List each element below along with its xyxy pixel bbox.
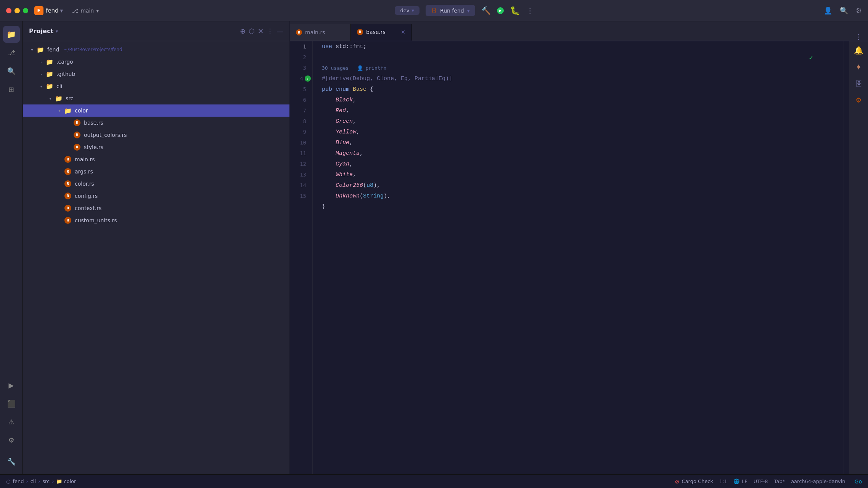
hammer-icon[interactable]: 🔨: [481, 6, 491, 15]
more-options-icon[interactable]: ⋮: [526, 6, 534, 15]
tab-bar: R main.rs R base.rs ✕ ⋮: [290, 21, 868, 41]
line-num-13: 13: [290, 169, 312, 180]
tree-item-github[interactable]: › 📁 .github: [23, 68, 289, 80]
more-tabs-icon[interactable]: ⋮: [855, 33, 862, 41]
notification-icon[interactable]: 🔔: [854, 46, 863, 55]
sidebar-item-terminal[interactable]: ⬛: [3, 395, 20, 412]
new-file-icon[interactable]: ⊕: [240, 27, 246, 35]
tree-item-custom-units-rs[interactable]: R custom_units.rs: [23, 214, 289, 226]
app-dropdown-icon[interactable]: ▾: [60, 7, 63, 14]
more-icon[interactable]: ⋮: [267, 27, 273, 35]
maximize-button[interactable]: [23, 8, 28, 13]
minimize-icon[interactable]: —: [276, 27, 283, 35]
sidebar-item-files[interactable]: 📁: [3, 26, 20, 43]
settings-icon[interactable]: ⚙: [856, 6, 862, 14]
rs-file-icon: R: [296, 29, 302, 35]
branch-icon: ⎇: [72, 8, 78, 14]
golang-icon: Go: [855, 478, 862, 485]
code-line-11: Cyan,: [313, 159, 844, 169]
ai-icon[interactable]: ✦: [855, 63, 862, 72]
code-area[interactable]: use std::fmt; ✓ 30 usages 👤 printfn: [313, 41, 844, 474]
run-button[interactable]: ⚙ Run fend ▾: [426, 5, 475, 16]
branch-dropdown-icon: ▾: [96, 8, 99, 14]
line-num-5: 5: [290, 84, 312, 95]
tab-main-rs[interactable]: R main.rs: [290, 24, 351, 41]
spacer: [56, 193, 63, 199]
tree-item-base-rs[interactable]: R base.rs: [23, 117, 289, 129]
tree-item-cargo[interactable]: › 📁 .cargo: [23, 56, 289, 68]
titlebar: F fend ▾ ⎇ main ▾ dev ▾ ⚙ Run fend ▾ 🔨 ▶…: [0, 0, 868, 21]
indent[interactable]: Tab*: [774, 478, 785, 484]
sidebar-item-run[interactable]: ▶: [3, 377, 20, 393]
cargo-check[interactable]: ⊘ Cargo Check: [675, 478, 713, 485]
tree-item-config-rs[interactable]: R config.rs: [23, 190, 289, 202]
play-button[interactable]: ▶: [497, 7, 504, 14]
globe-icon: 🌐: [733, 478, 739, 484]
chevron-right-icon: ›: [38, 71, 44, 77]
git-icon: ⎇: [7, 49, 15, 57]
platform: aarch64-apple-darwin: [791, 478, 845, 484]
tree-item-main-rs[interactable]: R main.rs: [23, 153, 289, 165]
tree-item-context-rs[interactable]: R context.rs: [23, 202, 289, 214]
line-num-7: 7: [290, 105, 312, 116]
terminal-icon: ⬛: [7, 400, 16, 408]
cursor-position: 1:1: [719, 478, 727, 484]
app-icon: F: [34, 6, 43, 15]
sidebar-item-search[interactable]: 🔍: [3, 63, 20, 79]
warning-icon: ⚠: [8, 418, 14, 426]
code-line-4: pub enum Base {: [313, 84, 844, 95]
spacer: [56, 181, 63, 187]
debug-icon[interactable]: 🐛: [510, 6, 520, 15]
tab-actions: ⋮: [855, 33, 868, 41]
sidebar-item-more[interactable]: 🔧: [3, 453, 20, 470]
line-num-12: 12: [290, 159, 312, 169]
close-icon[interactable]: ✕: [258, 27, 264, 35]
tree-item-src[interactable]: ▾ 📁 src: [23, 92, 289, 104]
line-ending[interactable]: 🌐 LF: [733, 478, 747, 484]
tab-base-rs[interactable]: R base.rs ✕: [351, 24, 412, 41]
tree-item-color-rs[interactable]: R color.rs: [23, 178, 289, 190]
sidebar-actions: ⊕ ⬡ ✕ ⋮ —: [240, 27, 283, 35]
sidebar-item-git-actions[interactable]: ⚙: [3, 432, 20, 448]
spacer: [66, 132, 72, 138]
line-num-10: 10: [290, 137, 312, 148]
code-line-10: Magenta,: [313, 148, 844, 159]
sidebar-item-problems[interactable]: ⚠: [3, 413, 20, 430]
user-icon[interactable]: 👤: [824, 6, 832, 14]
folder-icon: 📁: [64, 107, 72, 114]
env-selector[interactable]: dev ▾: [395, 6, 419, 15]
line-num-1: 1: [290, 41, 312, 52]
folder-icon: 📁: [46, 58, 53, 66]
main-layout: 📁 ⎇ 🔍 ⊞ ▶ ⬛ ⚠ ⚙ 🔧 Project: [0, 21, 868, 474]
tree-item-color[interactable]: ▾ 📁 color: [23, 104, 289, 117]
rs-icon: R: [64, 156, 72, 163]
sidebar-title-dropdown[interactable]: ▾: [56, 29, 58, 34]
spacer: [66, 120, 72, 126]
code-line-7: Green,: [313, 116, 844, 127]
line-num-14: 14: [290, 180, 312, 191]
collapse-all-icon[interactable]: ⬡: [249, 27, 255, 35]
check-icon: ✓: [809, 53, 813, 62]
spacer: [56, 156, 63, 162]
encoding[interactable]: UTF-8: [754, 478, 768, 484]
editor-scrollbar[interactable]: [844, 41, 849, 474]
search-icon[interactable]: 🔍: [840, 6, 848, 14]
tool-icon: 🔧: [7, 458, 16, 466]
tree-item-args-rs[interactable]: R args.rs: [23, 165, 289, 178]
code-line-6: Red,: [313, 105, 844, 116]
rust-logo-icon[interactable]: ⚙: [855, 96, 862, 104]
tree-item-style-rs[interactable]: R style.rs: [23, 141, 289, 153]
tree-root[interactable]: ▾ 📁 fend ~/RustRoverProjects/fend: [23, 43, 289, 56]
minimize-button[interactable]: [14, 8, 20, 13]
line-action-icon[interactable]: ↓: [305, 75, 311, 82]
tree-item-cli[interactable]: ▾ 📁 cli: [23, 80, 289, 92]
close-button[interactable]: [6, 8, 11, 13]
branch-info[interactable]: ⎇ main ▾: [72, 8, 99, 14]
rs-icon: R: [73, 119, 81, 127]
chevron-right-icon: ›: [38, 59, 44, 65]
sidebar-item-extensions[interactable]: ⊞: [3, 81, 20, 98]
close-tab-icon[interactable]: ✕: [401, 29, 405, 35]
tree-item-output-colors-rs[interactable]: R output_colors.rs: [23, 129, 289, 141]
database-icon[interactable]: 🗄: [855, 79, 863, 88]
sidebar-item-git[interactable]: ⎇: [3, 44, 20, 61]
